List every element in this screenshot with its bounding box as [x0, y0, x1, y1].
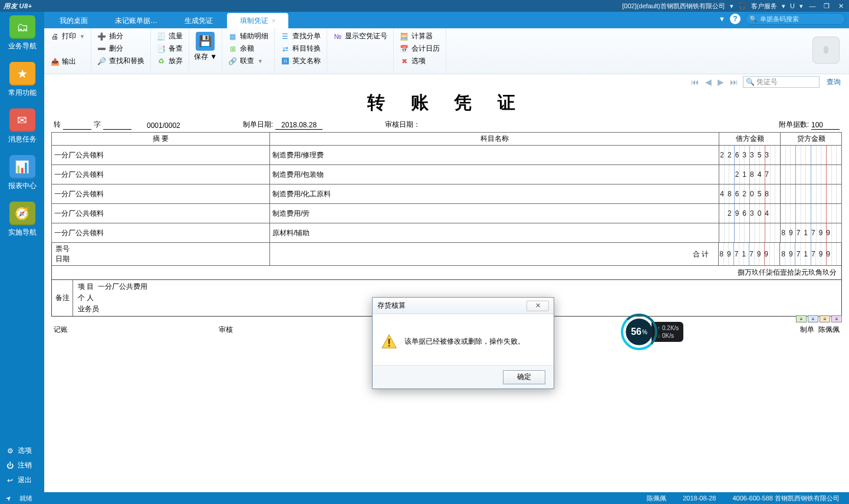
voucher-seq: 0001/0002: [147, 121, 180, 130]
cell-account[interactable]: 制造费用/化工原料: [270, 185, 719, 204]
delete-row-button[interactable]: ➖删分: [95, 43, 147, 54]
cell-account[interactable]: 制造费用/包装物: [270, 165, 719, 185]
calendar[interactable]: 📅会计日历: [397, 43, 442, 54]
balance-button[interactable]: ⊞余额: [226, 43, 271, 54]
cell-debit[interactable]: 296304: [719, 204, 781, 223]
ref-button[interactable]: 📑备查: [154, 43, 185, 54]
table-row[interactable]: 一分厂公共领料制造费用/化工原料4862058: [52, 185, 842, 204]
button-label: 计算器: [412, 31, 433, 41]
date-field[interactable]: 2018.08.28: [275, 121, 323, 130]
cell-debit[interactable]: 2263353: [719, 146, 781, 165]
mode-3[interactable]: ≡: [820, 315, 830, 322]
quick-op[interactable]: [812, 37, 840, 64]
col-account: 科目名称: [270, 133, 719, 146]
table-row[interactable]: 一分厂公共领料制造费用/修理费2263353: [52, 146, 842, 165]
tab-genvoucher[interactable]: 生成凭证: [172, 13, 226, 28]
sidebar-exit[interactable]: ↩退出: [0, 473, 44, 487]
close-button[interactable]: ✕: [836, 2, 845, 10]
cell-credit[interactable]: [781, 204, 842, 223]
cell-credit[interactable]: [781, 146, 842, 165]
sidebar-item-impl[interactable]: 🧭 实施导航: [5, 202, 40, 238]
cell-account[interactable]: 原材料/辅助: [270, 223, 719, 243]
cell-account[interactable]: 制造费用/修理费: [270, 146, 719, 165]
cell-debit[interactable]: 21847: [719, 165, 781, 185]
button-label: 插分: [109, 31, 123, 41]
minimize-button[interactable]: —: [808, 2, 817, 9]
pin-icon[interactable]: ➤: [4, 493, 14, 503]
next-record[interactable]: ▶: [716, 77, 725, 87]
export-button[interactable]: 📤输出: [48, 56, 87, 67]
options[interactable]: ✖选项: [397, 55, 442, 67]
flow-button[interactable]: 🧾流量: [154, 31, 185, 42]
link-query[interactable]: 🔗联查▼: [226, 55, 271, 67]
tab-fillvoucher[interactable]: 填制凭证×: [227, 13, 288, 28]
chevron-down-icon[interactable]: ▼: [258, 58, 263, 64]
service-link[interactable]: 客户服务: [751, 2, 777, 11]
show-empty[interactable]: №显示空凭证号: [331, 31, 390, 42]
insert-row-button[interactable]: ➕插分: [95, 31, 147, 42]
cell-debit[interactable]: [719, 223, 781, 243]
sidebar-options[interactable]: ⚙选项: [0, 443, 44, 458]
blank-field[interactable]: [63, 121, 91, 130]
last-record[interactable]: ⏭: [729, 77, 739, 87]
cell-summary[interactable]: 一分厂公共领料: [52, 146, 270, 165]
sidebar-item-biznav[interactable]: 🗂 业务导航: [5, 15, 40, 51]
sidebar-item-label: 实施导航: [8, 228, 37, 238]
calculator[interactable]: 🧮计算器: [397, 31, 442, 42]
net-monitor[interactable]: 56% 0.2K/s 0K/s: [623, 316, 683, 348]
table-row[interactable]: 一分厂公共领料原材料/辅助8971799: [52, 223, 842, 243]
grid-icon: ▦: [228, 32, 238, 41]
cell-account[interactable]: 制造费用/劳: [270, 204, 719, 223]
chevron-down-icon[interactable]: ▼: [80, 34, 85, 39]
print-button[interactable]: 🖨打印▼: [48, 31, 87, 42]
help-icon[interactable]: ?: [730, 14, 741, 24]
dialog-ok[interactable]: 确定: [503, 370, 545, 384]
barcode-search[interactable]: 🔍 单据条码搜索: [745, 13, 845, 25]
sidebar-item-msg[interactable]: ✉ 消息任务: [5, 108, 40, 144]
sidebar-item-fav[interactable]: ★ 常用功能: [5, 62, 40, 98]
abandon-button[interactable]: ♻放弃: [154, 55, 185, 67]
table-row[interactable]: 一分厂公共领料制造费用/包装物21847: [52, 165, 842, 185]
close-icon[interactable]: ×: [272, 17, 275, 24]
cell-summary[interactable]: 一分厂公共领料: [52, 204, 270, 223]
sidebar-item-report[interactable]: 📊 报表中心: [5, 155, 40, 191]
cell-summary[interactable]: 一分厂公共领料: [52, 223, 270, 243]
mode-1[interactable]: ≡: [796, 315, 807, 322]
blank-field[interactable]: [103, 121, 131, 130]
cell-summary[interactable]: 一分厂公共领料: [52, 185, 270, 204]
sidebar-logout[interactable]: ⏻注销: [0, 458, 44, 473]
find-split[interactable]: ☰查找分单: [278, 31, 323, 42]
prev-record[interactable]: ◀: [704, 77, 713, 87]
export-icon: 📤: [50, 57, 60, 67]
find-replace-button[interactable]: 🔎查找和替换: [95, 55, 147, 67]
tab-unbooked[interactable]: 未记账单据…: [102, 13, 170, 28]
chevron-down-icon[interactable]: ▼: [210, 52, 217, 61]
dropdown-icon[interactable]: ▾: [799, 2, 803, 10]
table-row[interactable]: 一分厂公共领料制造费用/劳296304: [52, 204, 842, 223]
cell-debit[interactable]: 4862058: [719, 185, 781, 204]
mode-2[interactable]: ≡: [808, 315, 818, 322]
upload-speed: 0.2K/s: [657, 324, 679, 332]
button-label: 选项: [412, 56, 426, 66]
query-button[interactable]: 查询: [827, 77, 841, 87]
acct-trans[interactable]: ⇄科目转换: [278, 43, 323, 54]
cell-summary[interactable]: 一分厂公共领料: [52, 165, 270, 185]
maximize-button[interactable]: ❐: [822, 2, 831, 10]
dialog-close[interactable]: ✕: [526, 301, 549, 311]
en-name[interactable]: 🅰英文名称: [278, 55, 323, 67]
cell-credit[interactable]: [781, 165, 842, 185]
cell-credit[interactable]: [781, 185, 842, 204]
chevron-down-icon[interactable]: ▼: [719, 15, 725, 22]
aux-detail[interactable]: ▦辅助明细: [226, 31, 271, 42]
first-record[interactable]: ⏮: [690, 77, 700, 87]
dropdown-icon[interactable]: ▾: [730, 2, 733, 10]
tab-desktop[interactable]: 我的桌面: [47, 13, 101, 28]
cell-credit[interactable]: 8971799: [781, 223, 842, 243]
attach-count-input[interactable]: [811, 121, 840, 130]
voucher-no-search[interactable]: 🔍 凭证号: [743, 76, 820, 88]
mode-4[interactable]: ≡: [831, 315, 842, 322]
u-menu[interactable]: U: [790, 2, 795, 9]
dropdown-icon[interactable]: ▾: [782, 2, 785, 10]
tab-label: 我的桌面: [60, 16, 88, 26]
save-button[interactable]: 保存 ▼: [194, 52, 217, 62]
